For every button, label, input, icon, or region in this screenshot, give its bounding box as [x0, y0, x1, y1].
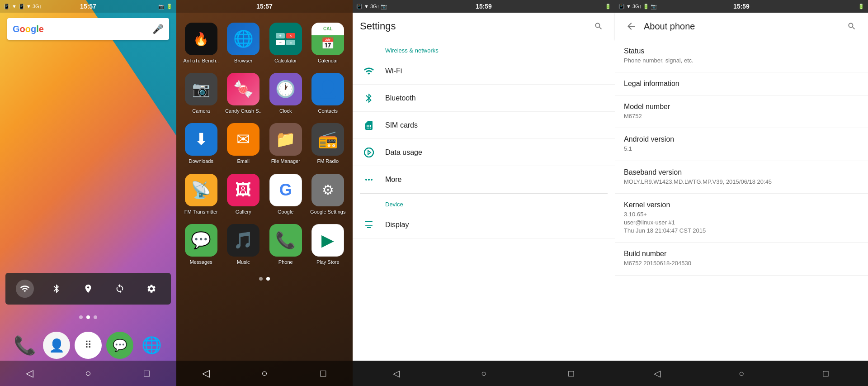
music-label: Music [237, 259, 250, 265]
google-app-label: Google [278, 209, 293, 215]
about-recents-button[interactable]: □ [812, 364, 840, 382]
page-dot-2[interactable] [86, 315, 90, 319]
wireless-networks-section: Wireless & networks [353, 40, 615, 57]
list-item[interactable]: 💬 Messages [180, 219, 222, 270]
recents-button[interactable]: □ [133, 364, 160, 382]
app-drawer: 15:57 🔥 AnTuTu Bench.. 🌐 Browser + × − =… [176, 0, 353, 386]
android-version-item[interactable]: Android version 5.1 [615, 128, 868, 161]
dock-phone[interactable]: 📞 [11, 332, 38, 359]
about-back-button[interactable] [622, 17, 640, 35]
apps-navbar: ◁ ○ □ [176, 361, 353, 386]
settings-title: Settings [360, 20, 590, 32]
home-button[interactable]: ○ [75, 364, 102, 382]
settings-quick-toggle[interactable] [142, 280, 160, 298]
list-item[interactable]: 👤 Contacts [307, 68, 349, 119]
model-number-item[interactable]: Model number M6752 [615, 95, 868, 128]
list-item[interactable]: 🕐 Clock [264, 68, 307, 119]
list-item[interactable]: 📷 Camera [180, 68, 222, 119]
list-item[interactable]: 📁 File Manager [264, 119, 307, 169]
about-search-button[interactable] [843, 17, 861, 35]
page-dot-1[interactable] [79, 315, 83, 319]
clock-label: Clock [279, 108, 292, 114]
data-usage-label: Data usage [385, 148, 422, 157]
list-item[interactable]: + × − = Calculator [264, 18, 307, 68]
google-logo: Google [13, 24, 152, 34]
sync-quick-toggle[interactable] [111, 280, 129, 298]
list-item[interactable]: 📻 FM Radio [307, 119, 349, 169]
statusbar-right-icons: 📷 🔋 [158, 4, 173, 10]
apps-recents-button[interactable]: □ [310, 364, 337, 382]
android-version-value: 5.1 [624, 145, 859, 153]
battery-icon: 🔋 [166, 4, 173, 10]
location-quick-toggle[interactable] [79, 280, 97, 298]
bluetooth-label: Bluetooth [385, 94, 416, 102]
list-item[interactable]: ✉ Email [222, 119, 265, 169]
kernel-version-title: Kernel version [624, 201, 859, 209]
camera-label: Camera [192, 108, 210, 114]
about-back-nav-button[interactable]: ◁ [643, 364, 670, 382]
list-item[interactable]: CAL 📅 Calendar [307, 18, 349, 68]
list-item[interactable]: 🔥 AnTuTu Bench.. [180, 18, 222, 68]
bluetooth-quick-toggle[interactable] [47, 280, 66, 298]
more-setting[interactable]: More [353, 166, 615, 193]
dock-browser[interactable]: 🌐 [138, 332, 165, 359]
settings-home-button[interactable]: ○ [470, 364, 497, 382]
display-setting[interactable]: Display [353, 211, 615, 238]
wifi-quick-toggle[interactable] [16, 280, 34, 298]
android-version-title: Android version [624, 135, 859, 143]
build-number-item[interactable]: Build number M6752 20150618-204530 [615, 243, 868, 275]
calendar-icon: CAL 📅 [311, 23, 344, 55]
apps-home-button[interactable]: ○ [251, 364, 278, 382]
apps-back-button[interactable]: ◁ [192, 364, 219, 382]
browser-label: Browser [234, 58, 252, 64]
camera-notify-icon: 📷 [158, 4, 165, 10]
dock-contacts[interactable]: 👤 [43, 332, 70, 359]
dock-messages[interactable]: 💬 [106, 332, 133, 359]
about-home-button[interactable]: ○ [728, 364, 755, 382]
sim-cards-setting[interactable]: SIM cards [353, 112, 615, 139]
legal-information-item[interactable]: Legal information [615, 72, 868, 95]
list-item[interactable]: ⚙ Google Settings [307, 169, 349, 219]
settings-recents-button[interactable]: □ [557, 364, 585, 382]
gallery-label: Gallery [236, 209, 251, 215]
wifi-setting[interactable]: Wi-Fi [353, 57, 615, 85]
list-item[interactable]: G Google [264, 169, 307, 219]
contacts-icon: 👤 [311, 73, 344, 105]
google-settings-icon: ⚙ [311, 174, 344, 206]
app-dock: 📞 👤 ⠿ 💬 🌐 [0, 332, 176, 359]
list-item[interactable]: 🎵 Music [222, 219, 265, 270]
settings-search-button[interactable] [590, 17, 608, 35]
list-item[interactable]: 📞 Phone [264, 219, 307, 270]
bluetooth-setting[interactable]: Bluetooth [353, 85, 615, 112]
camera-icon: 📷 [185, 73, 217, 105]
antutu-icon: 🔥 [185, 23, 217, 55]
fmtrans-icon: 📡 [185, 174, 217, 206]
list-item[interactable]: 🖼 Gallery [222, 169, 265, 219]
apps-dot-2[interactable] [266, 277, 270, 281]
list-item[interactable]: 🍬 Candy Crush S.. [222, 68, 265, 119]
baseband-version-item[interactable]: Baseband version MOLY.LR9.W1423.MD.LWTG.… [615, 161, 868, 194]
playstore-icon: ▶ [311, 224, 344, 257]
google-search-bar[interactable]: Google 🎤 [7, 18, 169, 40]
dock-apps[interactable]: ⠿ [75, 332, 102, 359]
google-app-icon: G [269, 174, 302, 206]
list-item[interactable]: 📡 FM Transmitter [180, 169, 222, 219]
voice-search-icon[interactable]: 🎤 [152, 24, 164, 34]
apps-dot-1[interactable] [259, 277, 263, 281]
back-button[interactable]: ◁ [16, 364, 43, 382]
baseband-version-title: Baseband version [624, 168, 859, 176]
page-dot-3[interactable] [94, 315, 97, 319]
settings-back-button[interactable]: ◁ [383, 364, 410, 382]
kernel-version-item[interactable]: Kernel version 3.10.65+ user@linux-user … [615, 194, 868, 243]
network-type: 📳 ▼ 3G↑ [19, 4, 42, 10]
settings-list: Wireless & networks Wi-Fi Bluetooth SIM … [353, 40, 615, 361]
svg-point-0 [364, 148, 373, 157]
data-usage-setting[interactable]: Data usage [353, 139, 615, 166]
quick-settings-bar [5, 273, 171, 305]
list-item[interactable]: 🌐 Browser [222, 18, 265, 68]
status-item[interactable]: Status Phone number, signal, etc. [615, 40, 868, 72]
wifi-icon [362, 64, 376, 78]
list-item[interactable]: ⬇ Downloads [180, 119, 222, 169]
list-item[interactable]: ▶ Play Store [307, 219, 349, 270]
build-number-title: Build number [624, 250, 859, 258]
